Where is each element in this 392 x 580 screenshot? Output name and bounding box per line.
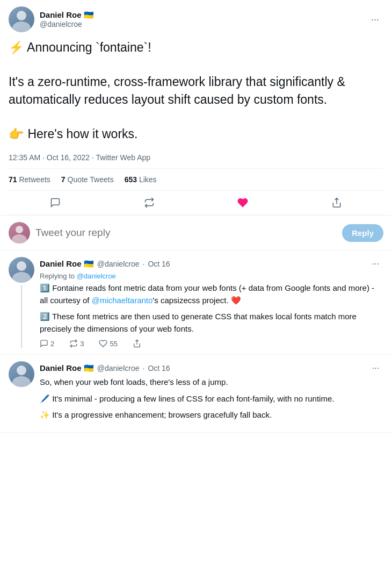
reply2-handle: @danielcroe	[97, 364, 140, 373]
reply1-like-button[interactable]: 55	[99, 339, 117, 348]
thread-line-1	[21, 285, 22, 348]
mention-michaeltaranto[interactable]: @michaeltaranto	[92, 296, 153, 305]
tweet-line3: 👉 Here's how it works.	[9, 125, 383, 142]
tweet-line2: It's a zero-runtime, cross-framework lib…	[9, 73, 383, 108]
reply2-text2: 🖊️ It's minimal - producing a few lines …	[40, 393, 383, 405]
retweet-button[interactable]	[137, 193, 161, 212]
tweet-actions	[9, 191, 383, 215]
like-button[interactable]	[231, 193, 255, 212]
more-options-button[interactable]: ···	[367, 12, 383, 27]
avatar[interactable]	[9, 6, 34, 32]
reply1-share-button[interactable]	[133, 339, 141, 348]
thread-left-2	[9, 361, 34, 426]
likes-count[interactable]: 653 Likes	[125, 175, 157, 184]
reply-avatar	[9, 222, 30, 244]
reply1-dot: ·	[143, 260, 145, 268]
tweet-stats: 71 Retweets 7 Quote Tweets 653 Likes	[9, 169, 383, 191]
user-handle: @danielcroe	[40, 20, 94, 28]
reply1-retweet-count: 3	[80, 340, 84, 348]
display-name: Daniel Roe	[40, 10, 82, 19]
reply1-text2: 2️⃣ These font metrics are then used to …	[40, 311, 383, 335]
tweet-header: Daniel Roe 🇺🇦 @danielcroe ···	[9, 6, 383, 32]
tweet-header-left: Daniel Roe 🇺🇦 @danielcroe	[9, 6, 94, 32]
replying-to-link-1[interactable]: @danielcroe	[77, 272, 116, 280]
reply1-handle: @danielcroe	[97, 260, 140, 268]
reply1-comment-button[interactable]: 2	[40, 339, 54, 348]
thread-content-2: Daniel Roe 🇺🇦 @danielcroe · Oct 16 ··· S…	[40, 361, 383, 426]
tweet-meta: 12:35 AM · Oct 16, 2022 · Twitter Web Ap…	[9, 147, 383, 169]
reply2-date: Oct 16	[148, 364, 170, 373]
reply1-header: Daniel Roe 🇺🇦 @danielcroe · Oct 16 ···	[40, 257, 383, 271]
tweet-content: ⚡ Announcing `fontaine`! It's a zero-run…	[9, 34, 383, 147]
reply2-more-button[interactable]: ···	[368, 361, 383, 375]
reply-button[interactable]: Reply	[342, 224, 383, 242]
reply1-username: Daniel Roe 🇺🇦	[40, 259, 94, 269]
quote-count[interactable]: 7 Quote Tweets	[61, 175, 114, 184]
thread-reply-1: Daniel Roe 🇺🇦 @danielcroe · Oct 16 ··· R…	[0, 250, 392, 355]
share-button[interactable]	[325, 193, 349, 212]
thread-reply-2: Daniel Roe 🇺🇦 @danielcroe · Oct 16 ··· S…	[0, 355, 392, 433]
reply2-username: Daniel Roe 🇺🇦	[40, 363, 94, 373]
reply-box: Reply	[0, 216, 392, 250]
reply-input[interactable]	[35, 227, 337, 239]
reply1-text1: 1️⃣ Fontaine reads font metric data from…	[40, 282, 383, 306]
user-info: Daniel Roe 🇺🇦 @danielcroe	[40, 10, 94, 28]
reply1-likes-count: 55	[110, 340, 117, 348]
reply1-retweet-button[interactable]: 3	[69, 339, 84, 348]
thread-content-1: Daniel Roe 🇺🇦 @danielcroe · Oct 16 ··· R…	[40, 257, 383, 348]
comment-button[interactable]	[43, 193, 67, 212]
reply1-comment-count: 2	[50, 340, 54, 348]
reply2-avatar[interactable]	[9, 361, 34, 387]
flag-emoji: 🇺🇦	[84, 10, 94, 19]
reply2-header-info: Daniel Roe 🇺🇦 @danielcroe · Oct 16	[40, 363, 170, 373]
replying-to-1: Replying to @danielcroe	[40, 272, 383, 280]
reply1-actions: 2 3 55	[40, 339, 383, 348]
tweet-line1: ⚡ Announcing `fontaine`!	[9, 39, 383, 56]
main-tweet: Daniel Roe 🇺🇦 @danielcroe ··· ⚡ Announci…	[0, 0, 392, 216]
thread-left-1	[9, 257, 34, 348]
reply1-date: Oct 16	[148, 260, 170, 268]
reply1-more-button[interactable]: ···	[368, 257, 383, 271]
reply1-avatar[interactable]	[9, 257, 34, 283]
reply2-dot: ·	[143, 364, 145, 373]
retweet-count[interactable]: 71 Retweets	[9, 175, 50, 184]
reply2-text3: ✨ It's a progressive enhancement; browse…	[40, 409, 383, 421]
reply2-header: Daniel Roe 🇺🇦 @danielcroe · Oct 16 ···	[40, 361, 383, 375]
user-name-line: Daniel Roe 🇺🇦	[40, 10, 94, 20]
reply1-header-info: Daniel Roe 🇺🇦 @danielcroe · Oct 16	[40, 259, 170, 269]
reply2-text1: So, when your web font loads, there's le…	[40, 376, 383, 389]
